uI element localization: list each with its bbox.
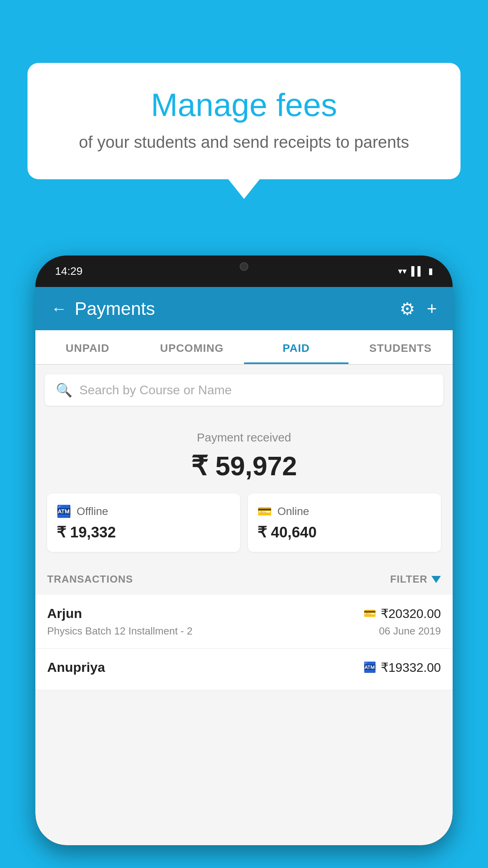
online-icon: 💳 — [257, 504, 272, 518]
search-bar[interactable]: 🔍 Search by Course or Name — [45, 374, 443, 406]
transaction-amount: ₹19332.00 — [381, 660, 441, 675]
filter-icon — [431, 576, 441, 583]
search-icon: 🔍 — [56, 382, 72, 398]
settings-icon[interactable]: ⚙ — [400, 299, 415, 319]
payment-type-icon: 💳 — [363, 607, 376, 620]
transaction-name: Anupriya — [47, 660, 105, 675]
front-camera — [240, 262, 248, 271]
back-arrow-icon[interactable]: ← — [51, 300, 67, 318]
online-card-header: 💳 Online — [257, 504, 431, 518]
transaction-amount-wrap: 💳 ₹20320.00 — [363, 606, 441, 621]
app-header: ← Payments ⚙ + — [35, 287, 453, 330]
transaction-amount: ₹20320.00 — [381, 606, 441, 621]
header-left: ← Payments — [51, 298, 155, 319]
tab-unpaid[interactable]: UNPAID — [35, 330, 140, 364]
tab-students[interactable]: STUDENTS — [349, 330, 453, 364]
speech-bubble-container: Manage fees of your students and send re… — [28, 63, 460, 199]
offline-payment-card: 🏧 Offline ₹ 19,332 — [47, 493, 240, 552]
speech-bubble-subtitle: of your students and send receipts to pa… — [59, 133, 429, 152]
speech-bubble: Manage fees of your students and send re… — [28, 63, 460, 179]
payment-cards: 🏧 Offline ₹ 19,332 💳 Online ₹ 40,640 — [47, 493, 441, 552]
offline-icon: 🏧 — [57, 504, 71, 518]
table-row[interactable]: Arjun 💳 ₹20320.00 Physics Batch 12 Insta… — [35, 595, 453, 649]
page-title: Payments — [75, 298, 155, 319]
payment-total-amount: ₹ 59,972 — [47, 451, 441, 482]
app-content: ← Payments ⚙ + UNPAID UPCOMING PAID STUD… — [35, 287, 453, 845]
online-payment-card: 💳 Online ₹ 40,640 — [248, 493, 441, 552]
table-row[interactable]: Anupriya 🏧 ₹19332.00 — [35, 649, 453, 690]
transaction-row-top: Arjun 💳 ₹20320.00 — [47, 606, 441, 621]
transaction-name: Arjun — [47, 606, 82, 621]
offline-amount: ₹ 19,332 — [57, 524, 231, 541]
speech-bubble-title: Manage fees — [59, 86, 429, 123]
speech-bubble-arrow — [228, 179, 260, 199]
search-container: 🔍 Search by Course or Name — [35, 365, 453, 415]
transaction-date: 06 June 2019 — [379, 625, 441, 637]
search-input[interactable]: Search by Course or Name — [79, 383, 232, 397]
status-bar: 14:29 ▾▾ ▌▌ ▮ — [35, 256, 453, 287]
transactions-label: TRANSACTIONS — [47, 573, 133, 585]
payment-summary: Payment received ₹ 59,972 🏧 Offline ₹ 19… — [35, 415, 453, 564]
signal-icon: ▌▌ — [411, 266, 424, 276]
add-icon[interactable]: + — [427, 299, 437, 318]
transactions-header: TRANSACTIONS FILTER — [35, 564, 453, 595]
online-label: Online — [277, 505, 309, 518]
online-amount: ₹ 40,640 — [257, 524, 431, 541]
transaction-course: Physics Batch 12 Installment - 2 — [47, 625, 193, 637]
header-right: ⚙ + — [400, 299, 437, 319]
phone-notch — [218, 256, 270, 277]
tab-paid[interactable]: PAID — [244, 330, 349, 364]
battery-icon: ▮ — [428, 266, 433, 276]
phone-container: 14:29 ▾▾ ▌▌ ▮ ← Payments ⚙ + — [35, 256, 453, 868]
transaction-row-bottom: Physics Batch 12 Installment - 2 06 June… — [47, 625, 441, 637]
payment-received-label: Payment received — [47, 431, 441, 444]
status-icons: ▾▾ ▌▌ ▮ — [398, 266, 433, 276]
filter-label: FILTER — [390, 573, 427, 585]
transaction-row-top: Anupriya 🏧 ₹19332.00 — [47, 660, 441, 675]
wifi-icon: ▾▾ — [398, 266, 407, 276]
payment-type-icon: 🏧 — [363, 661, 376, 673]
filter-button[interactable]: FILTER — [390, 573, 441, 585]
transaction-list: Arjun 💳 ₹20320.00 Physics Batch 12 Insta… — [35, 595, 453, 690]
status-time: 14:29 — [55, 265, 83, 278]
tab-upcoming[interactable]: UPCOMING — [140, 330, 244, 364]
offline-card-header: 🏧 Offline — [57, 504, 231, 518]
transaction-amount-wrap: 🏧 ₹19332.00 — [363, 660, 441, 675]
phone: 14:29 ▾▾ ▌▌ ▮ ← Payments ⚙ + — [35, 256, 453, 845]
offline-label: Offline — [77, 505, 108, 518]
tabs-bar: UNPAID UPCOMING PAID STUDENTS — [35, 330, 453, 365]
